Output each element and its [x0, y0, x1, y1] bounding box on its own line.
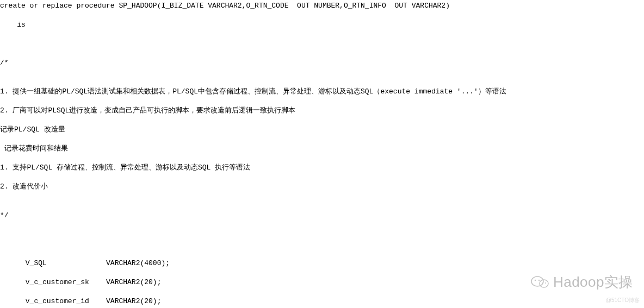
code-line: /*: [0, 58, 644, 68]
code-line: v_c_customer_id VARCHAR2(20);: [0, 297, 644, 306]
code-line: 1. 提供一组基础的PL/SQL语法测试集和相关数据表，PL/SQL中包含存储过…: [0, 87, 644, 97]
code-line: 记录花费时间和结果: [0, 144, 644, 154]
watermark-hadoop: Hadoop实操: [530, 273, 633, 292]
svg-point-2: [535, 280, 536, 281]
watermark-hadoop-text: Hadoop实操: [553, 273, 633, 292]
code-block: create or replace procedure SP_HADOOP(I_…: [0, 0, 644, 308]
code-line: 2. 厂商可以对PLSQL进行改造，变成自己产品可执行的脚本，要求改造前后逻辑一…: [0, 106, 644, 116]
wechat-icon: [530, 274, 550, 290]
code-line: create or replace procedure SP_HADOOP(I_…: [0, 1, 644, 11]
code-line: 1. 支持PL/SQL 存储过程、控制流、异常处理、游标以及动态SQL 执行等语…: [0, 163, 644, 173]
svg-point-0: [531, 276, 543, 286]
code-line: 2. 改造代价小: [0, 182, 644, 192]
svg-point-1: [540, 280, 548, 287]
code-line: */: [0, 211, 644, 221]
code-line: V_SQL VARCHAR2(4000);: [0, 259, 644, 268]
svg-point-3: [538, 280, 540, 281]
watermark-small: @51CTO博客: [606, 297, 640, 304]
svg-point-4: [542, 282, 543, 284]
code-line: is: [0, 20, 644, 30]
code-line: 记录PL/SQL 改造量: [0, 125, 644, 135]
svg-point-5: [545, 282, 546, 284]
